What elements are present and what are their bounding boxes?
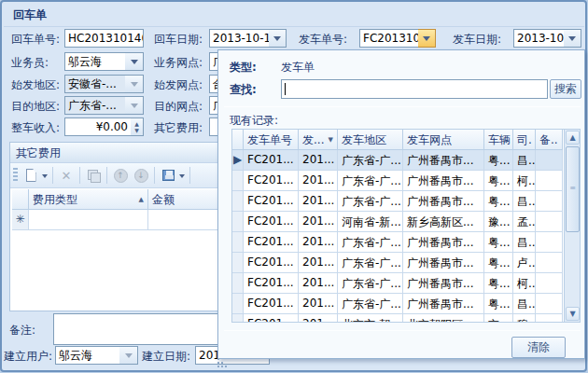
record-cell: 柯.. <box>513 171 536 191</box>
arrow-down-circle-icon: ↓ <box>134 169 148 183</box>
vehicle-income-spinner[interactable]: ▲ ▼ <box>131 117 144 136</box>
fee-type-column-header[interactable]: 费用类型▲ <box>29 189 148 210</box>
return-date-dropdown-icon[interactable] <box>269 29 287 48</box>
vehicle-income-input[interactable]: ¥0.00 <box>64 117 132 136</box>
records-column-header[interactable]: 发车单号 <box>244 130 299 150</box>
record-cell <box>536 253 563 273</box>
other-fees-panel-header: 其它费用 <box>10 143 231 163</box>
record-cell: 卢.. <box>513 253 536 273</box>
dispatch-date-input[interactable]: 2013-10-14 <box>513 29 565 48</box>
record-row[interactable]: FC201201北京市-朝北京朝阳区京穆 <box>232 314 563 323</box>
move-down-button[interactable]: ↓ <box>132 166 150 185</box>
records-table-header: 发车单号发...▼发车地区发车网点车辆司.备.. <box>232 130 563 150</box>
record-row[interactable]: FC201...201...广东省-广...广州番禺市...粤...柯.. <box>232 273 563 294</box>
copy-fee-button[interactable] <box>84 166 103 185</box>
fees-grid-header: 费用类型▲ 金额 <box>12 189 231 210</box>
fee-new-row[interactable]: ✳ <box>12 210 231 230</box>
biz-outlet-label: 业务网点: <box>154 55 203 71</box>
records-column-header[interactable]: 发车地区 <box>338 130 403 150</box>
salesman-input[interactable]: 邬云海 <box>64 52 126 71</box>
records-table: 发车单号发...▼发车地区发车网点车辆司.备.. ▶FC201...201...… <box>231 129 581 323</box>
records-column-header[interactable]: 司. <box>513 130 536 150</box>
record-cell: 201... <box>299 212 338 232</box>
record-cell: 粤... <box>484 273 513 294</box>
origin-region-input: 安徽省-... <box>64 75 126 93</box>
toolbar-separator <box>52 167 53 184</box>
record-cell <box>536 314 563 323</box>
record-row[interactable]: FC201...201...广东省-广...广州番禺市...粤...昌.. <box>232 294 563 314</box>
records-scrollbar[interactable]: ▲ ≡ ▼ <box>564 130 580 322</box>
type-value: 发车单 <box>281 60 315 76</box>
record-cell: 粤... <box>484 191 513 212</box>
record-cell: 孟.. <box>513 212 536 232</box>
row-indicator-column <box>232 130 244 150</box>
record-cell: 广东省-广... <box>338 253 403 273</box>
dest-region-label: 目的地区: <box>11 99 60 115</box>
search-input[interactable] <box>281 79 548 99</box>
record-cell <box>536 294 563 314</box>
return-date-input[interactable]: 2013-10-14 <box>209 29 270 48</box>
salesman-dropdown-icon[interactable] <box>125 52 144 71</box>
record-cell: 广州番禺市... <box>403 273 484 294</box>
record-row[interactable]: FC201...201...广东省-广...广州番禺市...粤...昌.. <box>232 191 563 212</box>
dispatch-lookup-popup: 类型: 发车单 查找: 搜索 现有记录: 发车单号发...▼发车地区发车网点车辆… <box>217 49 585 359</box>
record-cell <box>536 171 563 191</box>
delete-fee-button[interactable]: ✕ <box>57 166 76 185</box>
fee-type-cell[interactable] <box>29 210 148 230</box>
scroll-down-icon[interactable]: ▼ <box>566 307 580 321</box>
search-label: 查找: <box>230 82 257 98</box>
record-cell: 豫... <box>484 212 513 232</box>
search-button[interactable]: 搜索 <box>550 79 581 99</box>
record-cell: 广州番禺市... <box>403 191 484 212</box>
dispatch-date-dropdown-icon[interactable] <box>564 29 581 48</box>
record-cell: 广东省-广... <box>338 273 403 294</box>
records-column-header[interactable]: 备.. <box>536 130 563 150</box>
return-no-input[interactable]: HC201310140 <box>64 29 144 48</box>
record-cell: FC201... <box>244 294 299 314</box>
records-column-header[interactable]: 车辆 <box>484 130 513 150</box>
scroll-up-icon[interactable]: ▲ <box>566 131 580 145</box>
record-cell: FC201... <box>244 150 299 171</box>
other-fee-label: 其它费用: <box>154 120 203 136</box>
record-cell: FC201 <box>244 314 299 323</box>
record-cell: 粤... <box>484 294 513 314</box>
created-by-dropdown-icon <box>119 346 138 365</box>
remark-textarea[interactable] <box>53 313 221 345</box>
new-fee-dropdown-icon[interactable] <box>42 174 48 181</box>
records-column-header[interactable]: 发车网点 <box>403 130 484 150</box>
dispatch-no-dropdown-icon[interactable] <box>418 29 436 48</box>
dispatch-no-input[interactable]: FC201310... <box>359 29 419 48</box>
created-by-label: 建立用户: <box>4 349 52 365</box>
row-indicator-cell: ▶ <box>232 150 244 171</box>
return-date-label: 回车日期: <box>154 32 203 48</box>
popup-resize-grip-icon[interactable] <box>216 358 229 369</box>
save-fees-button[interactable] <box>159 166 177 185</box>
save-dropdown-icon[interactable] <box>179 174 185 181</box>
dispatch-date-label: 发车日期: <box>453 32 501 48</box>
record-row[interactable]: ▶FC201...201...广东省-广...广州番禺市...粤...昌.. <box>232 150 563 171</box>
record-cell: 广州番禺市... <box>403 232 484 253</box>
record-cell: 新乡高新区... <box>403 212 484 232</box>
record-row[interactable]: FC201...201...广东省-广...广州番禺市...粤...柯.. <box>232 171 563 191</box>
record-cell: 201 <box>299 314 338 323</box>
clear-button[interactable]: 清除 <box>511 337 566 358</box>
toolbar-grip-icon[interactable] <box>13 168 18 183</box>
scrollbar-thumb[interactable]: ≡ <box>566 146 580 232</box>
record-cell: 昌.. <box>513 150 536 171</box>
record-cell: 广东省-广... <box>338 171 403 191</box>
created-by-input: 邬云海 <box>55 346 120 365</box>
record-cell: 广州番禺市... <box>403 171 484 191</box>
move-up-button[interactable]: ↑ <box>111 166 130 185</box>
record-cell: 河南省-新... <box>338 212 403 232</box>
new-fee-button[interactable] <box>21 166 40 185</box>
arrow-up-circle-icon: ↑ <box>114 169 128 183</box>
spin-down-icon[interactable]: ▼ <box>131 126 143 134</box>
records-column-header[interactable]: 发...▼ <box>299 130 338 150</box>
record-cell: 穆 <box>513 314 536 323</box>
record-row[interactable]: FC201...201...广东省-广...广州番禺市...粤...昌.. <box>232 232 563 253</box>
record-row[interactable]: FC201...201...广东省-广...广州番禺市...粤...卢.. <box>232 253 563 273</box>
record-cell: 201... <box>299 171 338 191</box>
record-row[interactable]: FC201...201...河南省-新...新乡高新区...豫...孟.. <box>232 212 563 232</box>
screen: 回车单 回车单号: HC201310140 回车日期: 2013-10-14 发… <box>0 0 588 373</box>
save-icon <box>162 170 175 181</box>
